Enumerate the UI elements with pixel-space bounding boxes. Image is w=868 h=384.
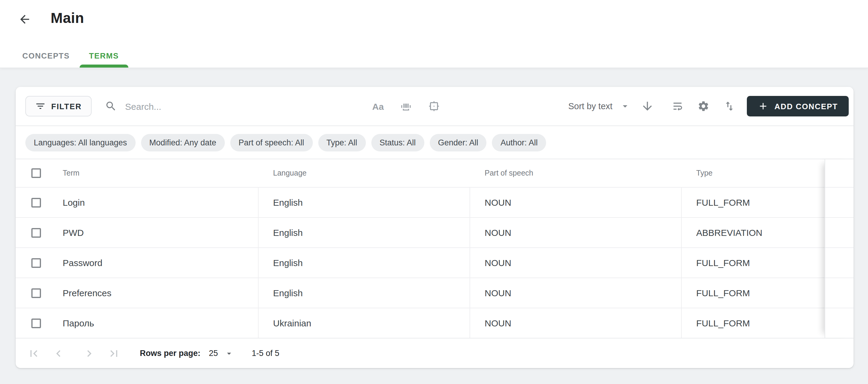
add-concept-button[interactable]: ADD CONCEPT — [747, 96, 849, 116]
row-checkbox-cell — [16, 248, 63, 277]
column-header-part-of-speech[interactable]: Part of speech — [470, 169, 682, 177]
page-header: Main CONCEPTS TERMS — [0, 0, 868, 67]
term-cell: Preferences — [63, 278, 258, 308]
type-cell: ABBREVIATION — [682, 218, 825, 247]
import-export-button[interactable] — [723, 100, 735, 112]
filter-chip-gender[interactable]: Gender: All — [430, 134, 487, 151]
table-row[interactable]: Password English NOUN FULL_FORM — [16, 247, 854, 277]
toolbar-icons — [672, 100, 735, 112]
gear-icon — [698, 100, 710, 112]
wrap-text-button[interactable] — [672, 100, 684, 112]
arrow-down-icon — [641, 99, 654, 113]
row-checkbox-cell — [16, 218, 63, 247]
part-of-speech-cell: NOUN — [470, 218, 682, 247]
part-of-speech-cell: NOUN — [470, 188, 682, 217]
page-title: Main — [51, 10, 84, 27]
term-cell: PWD — [63, 218, 258, 247]
row-checkbox[interactable] — [31, 258, 41, 268]
filter-chip-type[interactable]: Type: All — [318, 134, 366, 151]
language-cell: English — [258, 188, 470, 217]
filter-chip-languages[interactable]: Languages: All languages — [25, 134, 135, 151]
tab-concepts-label: CONCEPTS — [22, 51, 70, 60]
filter-chip-status[interactable]: Status: All — [371, 134, 424, 151]
row-checkbox[interactable] — [31, 288, 41, 298]
column-header-type[interactable]: Type — [682, 169, 825, 177]
table-header-row: Term Language Part of speech Type — [16, 159, 854, 187]
toolbar: FILTER Aa — [16, 87, 854, 126]
search-icon — [104, 100, 117, 112]
last-page-button[interactable] — [105, 345, 122, 362]
type-cell: FULL_FORM — [682, 188, 825, 217]
next-page-button[interactable] — [81, 345, 98, 362]
pinned-cell — [825, 218, 854, 247]
terminology-page: Main CONCEPTS TERMS FILTER — [0, 0, 868, 384]
focus-frame-icon — [428, 100, 440, 112]
wrap-text-icon — [672, 100, 684, 112]
row-checkbox-cell — [16, 308, 63, 338]
row-checkbox-cell — [16, 188, 63, 217]
language-cell: English — [258, 278, 470, 308]
part-of-speech-cell: NOUN — [470, 308, 682, 338]
search-options: Aa — [372, 100, 440, 113]
tab-terms-label: TERMS — [89, 51, 119, 60]
table-row[interactable]: Login English NOUN FULL_FORM — [16, 187, 854, 217]
plus-icon — [758, 101, 769, 112]
exact-match-button[interactable] — [428, 100, 440, 112]
filter-chip-modified[interactable]: Modified: Any date — [141, 134, 224, 151]
row-checkbox[interactable] — [31, 228, 41, 237]
search-box — [104, 100, 317, 112]
filter-button[interactable]: FILTER — [25, 96, 91, 116]
rows-per-page-select[interactable]: 25 — [209, 348, 234, 358]
terms-card: FILTER Aa — [16, 87, 854, 368]
type-cell: FULL_FORM — [682, 248, 825, 277]
part-of-speech-cell: NOUN — [470, 248, 682, 277]
term-cell: Login — [63, 188, 258, 217]
part-of-speech-cell: NOUN — [470, 278, 682, 308]
search-input[interactable] — [124, 100, 317, 112]
tab-terms[interactable]: TERMS — [79, 43, 128, 67]
pinned-cell — [825, 248, 854, 277]
arrows-up-down-icon — [723, 100, 735, 112]
chevron-left-icon — [52, 347, 65, 360]
settings-button[interactable] — [698, 100, 710, 112]
sort-direction-button[interactable] — [641, 99, 654, 113]
column-header-term[interactable]: Term — [63, 169, 258, 177]
back-button[interactable] — [16, 11, 33, 28]
caret-down-icon — [620, 101, 630, 112]
tabs: CONCEPTS TERMS — [13, 43, 128, 67]
filter-chip-author[interactable]: Author: All — [492, 134, 546, 151]
select-all-cell — [16, 168, 63, 178]
sort-group: Sort by text — [568, 99, 654, 113]
first-page-button[interactable] — [25, 345, 42, 362]
sort-by-label: Sort by text — [568, 101, 613, 111]
whole-word-button[interactable] — [399, 100, 412, 113]
type-cell: FULL_FORM — [682, 308, 825, 338]
select-all-checkbox[interactable] — [31, 168, 41, 178]
column-header-language[interactable]: Language — [258, 169, 470, 177]
table-row[interactable]: Preferences English NOUN FULL_FORM — [16, 277, 854, 308]
table-row[interactable]: PWD English NOUN ABBREVIATION — [16, 217, 854, 247]
term-cell: Пароль — [63, 308, 258, 338]
first-page-icon — [27, 347, 40, 360]
previous-page-button[interactable] — [50, 345, 67, 362]
match-case-button[interactable]: Aa — [372, 101, 384, 111]
row-checkbox[interactable] — [31, 318, 41, 328]
table-row[interactable]: Пароль Ukrainian NOUN FULL_FORM — [16, 308, 854, 338]
arrow-left-icon — [18, 13, 31, 26]
last-page-icon — [107, 347, 121, 360]
language-cell: English — [258, 218, 470, 247]
whole-word-icon — [399, 100, 412, 113]
sort-by-select[interactable]: Sort by text — [568, 101, 630, 112]
row-checkbox-cell — [16, 278, 63, 308]
tab-concepts[interactable]: CONCEPTS — [13, 43, 79, 67]
pagination-range: 1-5 of 5 — [252, 349, 279, 358]
language-cell: English — [258, 248, 470, 277]
pinned-cell — [825, 278, 854, 308]
active-tab-indicator — [79, 64, 128, 67]
filter-list-icon — [35, 101, 46, 112]
rows-per-page-label: Rows per page: — [140, 349, 200, 358]
filter-chip-part-of-speech[interactable]: Part of speech: All — [230, 134, 313, 151]
rows-per-page-value: 25 — [209, 349, 218, 358]
row-checkbox[interactable] — [31, 198, 41, 207]
language-cell: Ukrainian — [258, 308, 470, 338]
